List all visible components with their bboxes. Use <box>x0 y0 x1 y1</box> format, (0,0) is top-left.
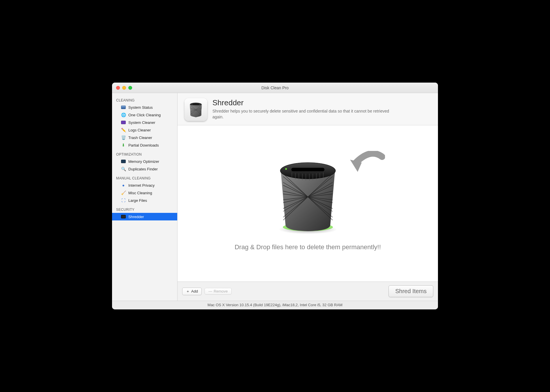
titlebar[interactable]: Disk Clean Pro <box>112 83 438 93</box>
sidebar-item-logs-cleaner[interactable]: ✏️ Logs Cleaner <box>112 126 177 134</box>
sidebar-item-label: One Click Cleaning <box>128 113 161 117</box>
sidebar-item-label: System Cleaner <box>128 120 155 125</box>
trash-tiny-icon: 🗑️ <box>121 135 126 140</box>
minimize-window-button[interactable] <box>122 86 126 90</box>
sidebar-section-cleaning: CLEANING <box>112 97 177 104</box>
sidebar-item-one-click-cleaning[interactable]: 🌐 One Click Cleaning <box>112 111 177 119</box>
monitor-icon <box>121 105 126 110</box>
sidebar-section-security: SECURITY <box>112 204 177 213</box>
sidebar-section-manual-cleaning: MANUAL CLEANING <box>112 173 177 181</box>
sidebar-item-label: Logs Cleaner <box>128 128 151 132</box>
remove-button-label: Remove <box>214 289 228 293</box>
svg-point-11 <box>285 168 287 170</box>
app-window: Disk Clean Pro CLEANING System Status 🌐 … <box>112 83 438 309</box>
add-button[interactable]: ＋ Add <box>182 288 202 295</box>
system-info-text: Mac OS X Version 10.15.4 (Build 19E224g)… <box>207 303 343 307</box>
sidebar-item-label: Shredder <box>128 215 144 219</box>
remove-button[interactable]: — Remove <box>205 288 231 295</box>
download-arrow-icon: ⬇︎ <box>121 142 126 148</box>
sidebar-item-partial-downloads[interactable]: ⬇︎ Partial Downloads <box>112 141 177 149</box>
sidebar-item-system-status[interactable]: System Status <box>112 104 177 111</box>
page-title: Shredder <box>212 98 399 107</box>
duplicate-icon: 🔍 <box>121 166 126 172</box>
svg-rect-10 <box>291 168 324 171</box>
sidebar-item-label: Large Files <box>128 198 147 203</box>
sidebar: CLEANING System Status 🌐 One Click Clean… <box>112 93 178 301</box>
sidebar-item-label: Partial Downloads <box>128 143 159 147</box>
close-window-button[interactable] <box>116 86 120 90</box>
minus-icon: — <box>208 289 212 293</box>
statusbar: Mac OS X Version 10.15.4 (Build 19E224g)… <box>112 301 438 309</box>
window-title: Disk Clean Pro <box>261 85 288 90</box>
globe-icon: ● <box>121 183 126 188</box>
add-button-label: Add <box>191 289 198 293</box>
sidebar-item-trash-cleaner[interactable]: 🗑️ Trash Cleaner <box>112 134 177 141</box>
sidebar-item-label: System Status <box>128 105 153 110</box>
shred-items-button[interactable]: Shred Items <box>388 285 433 297</box>
svg-rect-1 <box>193 104 199 105</box>
content-footer: ＋ Add — Remove Shred Items <box>178 281 438 301</box>
sidebar-item-memory-optimizer[interactable]: Memory Optimizer <box>112 158 177 165</box>
content-area: Shredder Shredder helps you to securely … <box>178 93 438 301</box>
sidebar-item-label: Misc Cleaning <box>128 191 152 195</box>
zoom-window-button[interactable] <box>128 86 132 90</box>
content-header: Shredder Shredder helps you to securely … <box>178 93 438 125</box>
expand-icon: ⛶ <box>121 198 126 203</box>
plus-icon: ＋ <box>186 289 190 294</box>
sidebar-item-internet-privacy[interactable]: ● Internet Privacy <box>112 181 177 189</box>
dropzone[interactable]: Drag & Drop files here to delete them pe… <box>178 125 438 281</box>
globe-refresh-icon: 🌐 <box>121 112 126 117</box>
sidebar-section-optimization: OPTIMIZATION <box>112 149 177 158</box>
trash-can-icon <box>274 156 341 235</box>
sidebar-item-system-cleaner[interactable]: System Cleaner <box>112 119 177 126</box>
sidebar-item-large-files[interactable]: ⛶ Large Files <box>112 197 177 204</box>
drop-arrow-icon <box>347 151 385 183</box>
shredder-tiny-icon <box>121 214 126 219</box>
page-description: Shredder helps you to securely delete se… <box>212 108 399 120</box>
sidebar-item-label: Memory Optimizer <box>128 159 159 164</box>
pencil-note-icon: ✏️ <box>121 127 126 133</box>
dropzone-text: Drag & Drop files here to delete them pe… <box>235 243 381 251</box>
shred-button-label: Shred Items <box>395 288 427 294</box>
sidebar-item-label: Internet Privacy <box>128 183 155 188</box>
chip-icon <box>121 120 126 125</box>
sidebar-item-shredder[interactable]: Shredder <box>112 213 177 220</box>
shredder-icon <box>184 98 207 121</box>
sidebar-item-label: Duplicates Finder <box>128 167 158 171</box>
broom-icon: 🧹 <box>121 190 126 195</box>
sidebar-item-misc-cleaning[interactable]: 🧹 Misc Cleaning <box>112 189 177 197</box>
sidebar-item-label: Trash Cleaner <box>128 136 152 140</box>
ram-icon <box>121 159 126 164</box>
sidebar-item-duplicates-finder[interactable]: 🔍 Duplicates Finder <box>112 165 177 173</box>
